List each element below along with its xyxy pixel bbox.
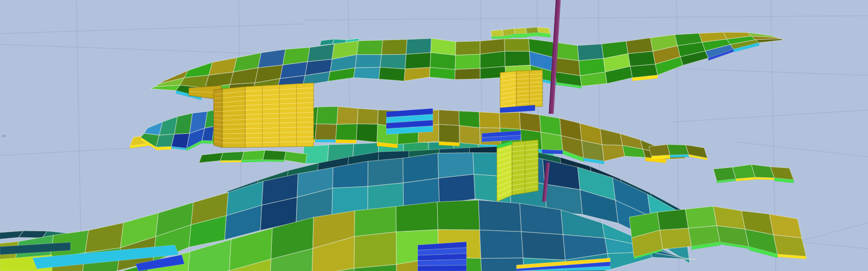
skirt-royal-c xyxy=(418,242,467,271)
geomodel-3d-viewport[interactable]: 25 xyxy=(0,0,868,271)
scene-canvas[interactable] xyxy=(0,0,868,271)
mid-green-sliver xyxy=(199,150,307,164)
frag-right-low xyxy=(629,207,806,259)
floating-sliver-olive xyxy=(491,27,551,40)
fault-pillar-top xyxy=(500,70,542,113)
axis-tick-label: 25 xyxy=(2,135,6,138)
skirt-royal-a xyxy=(386,108,433,134)
frag-right-mid xyxy=(713,165,794,183)
mid-left-blue-wedge xyxy=(141,109,222,151)
